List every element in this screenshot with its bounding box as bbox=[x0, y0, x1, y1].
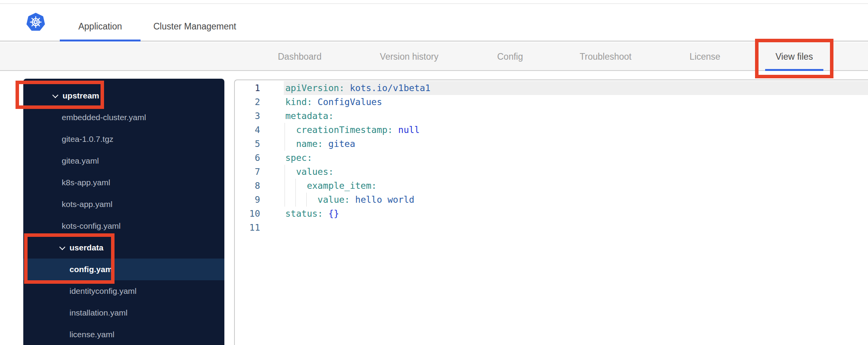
tree-item-label: config.yaml bbox=[69, 265, 115, 274]
app-header: ApplicationCluster Management bbox=[0, 4, 868, 41]
tree-item-label: embedded-cluster.yaml bbox=[62, 113, 146, 122]
code-content: metadata: bbox=[284, 109, 868, 123]
line-number: 4 bbox=[235, 125, 260, 135]
code-line: 4 creationTimestamp: null bbox=[235, 123, 868, 137]
code-line: 11 bbox=[235, 221, 868, 235]
tree-folder-upstream[interactable]: upstream bbox=[23, 85, 224, 107]
indent-guide bbox=[306, 193, 307, 207]
code-line: 3metadata: bbox=[235, 109, 868, 123]
yaml-key: apiVersion: bbox=[285, 83, 344, 93]
yaml-value: kots.io/v1beta1 bbox=[350, 83, 431, 93]
tree-file-gitea-yaml[interactable]: gitea.yaml bbox=[23, 150, 224, 172]
yaml-key: status: bbox=[285, 209, 323, 219]
yaml-value: gitea bbox=[328, 139, 355, 149]
code-line: 7 values: bbox=[235, 165, 868, 179]
code-line: 9 value: hello world bbox=[235, 193, 868, 207]
header-tab-cluster-management[interactable]: Cluster Management bbox=[153, 12, 254, 41]
indent-guide bbox=[295, 179, 296, 193]
tree-file-embedded-cluster-yaml[interactable]: embedded-cluster.yaml bbox=[23, 107, 224, 128]
yaml-value: null bbox=[398, 125, 420, 135]
tree-file-k8s-app-yaml[interactable]: k8s-app.yaml bbox=[23, 172, 224, 193]
tree-item-label: license.yaml bbox=[69, 330, 115, 339]
tab-config[interactable]: Config bbox=[492, 42, 528, 71]
code-content: spec: bbox=[284, 151, 868, 165]
app-subnav: DashboardVersion historyConfigTroublesho… bbox=[0, 42, 868, 71]
tree-item-label: kots-config.yaml bbox=[62, 221, 121, 231]
tree-item-label: upstream bbox=[62, 91, 99, 100]
code-content: values: bbox=[284, 165, 868, 179]
code-content: creationTimestamp: null bbox=[284, 123, 868, 137]
yaml-value: hello world bbox=[355, 195, 414, 205]
line-number: 5 bbox=[235, 139, 260, 149]
line-number: 1 bbox=[235, 83, 260, 93]
tab-view-files[interactable]: View files bbox=[763, 42, 826, 71]
tree-item-label: installation.yaml bbox=[69, 308, 127, 317]
code-content: value: hello world bbox=[284, 193, 868, 207]
tree-file-license-yaml[interactable]: license.yaml bbox=[23, 324, 224, 345]
yaml-key: example_item: bbox=[307, 181, 377, 191]
tree-item-label: identityconfig.yaml bbox=[69, 286, 137, 296]
indent-guide bbox=[285, 123, 285, 137]
yaml-key: value: bbox=[318, 195, 350, 205]
indent-guide bbox=[285, 179, 285, 193]
indent-guide bbox=[285, 165, 285, 179]
code-content: apiVersion: kots.io/v1beta1 bbox=[284, 81, 868, 95]
tab-dashboard[interactable]: Dashboard bbox=[273, 42, 327, 71]
code-content: example_item: bbox=[284, 179, 868, 193]
code-line: 10status: {} bbox=[235, 207, 868, 221]
line-number: 11 bbox=[235, 223, 260, 233]
yaml-key: kind: bbox=[285, 97, 312, 107]
tree-item-label: k8s-app.yaml bbox=[62, 178, 110, 187]
code-content: name: gitea bbox=[284, 137, 868, 151]
line-number: 10 bbox=[235, 209, 260, 219]
tree-file-config-yaml[interactable]: config.yaml bbox=[23, 259, 224, 280]
chevron-down-icon bbox=[59, 245, 66, 251]
yaml-value: {} bbox=[328, 209, 339, 219]
tree-item-label: kots-app.yaml bbox=[62, 200, 113, 209]
header-tab-application[interactable]: Application bbox=[60, 12, 141, 41]
code-line: 8 example_item: bbox=[235, 179, 868, 193]
code-content: kind: ConfigValues bbox=[284, 95, 868, 109]
yaml-key: spec: bbox=[285, 153, 312, 163]
indent-guide bbox=[285, 137, 285, 151]
kubernetes-logo-svg bbox=[26, 13, 45, 31]
tree-item-label: userdata bbox=[69, 243, 104, 252]
code-line: 5 name: gitea bbox=[235, 137, 868, 151]
tree-file-kots-app-yaml[interactable]: kots-app.yaml bbox=[23, 193, 224, 215]
tab-version-history[interactable]: Version history bbox=[375, 42, 444, 71]
tree-item-label: gitea-1.0.7.tgz bbox=[62, 135, 113, 144]
yaml-key: creationTimestamp: bbox=[296, 125, 393, 135]
tab-license[interactable]: License bbox=[684, 42, 726, 71]
code-line: 6spec: bbox=[235, 151, 868, 165]
yaml-key: values: bbox=[296, 167, 334, 177]
tree-file-installation-yaml[interactable]: installation.yaml bbox=[23, 302, 224, 324]
line-number: 7 bbox=[235, 167, 260, 177]
yaml-key: name: bbox=[296, 139, 323, 149]
tree-file-identityconfig-yaml[interactable]: identityconfig.yaml bbox=[23, 280, 224, 302]
code-line: 2kind: ConfigValues bbox=[235, 95, 868, 109]
chevron-down-icon bbox=[52, 93, 59, 99]
indent-guide bbox=[285, 193, 285, 207]
yaml-value: ConfigValues bbox=[318, 97, 382, 107]
file-tree-sidebar: upstreamembedded-cluster.yamlgitea-1.0.7… bbox=[23, 79, 224, 345]
code-content bbox=[284, 221, 868, 235]
line-number: 8 bbox=[235, 181, 260, 191]
tree-item-label: gitea.yaml bbox=[62, 156, 99, 166]
tree-file-kots-config-yaml[interactable]: kots-config.yaml bbox=[23, 215, 224, 237]
kubernetes-logo-icon[interactable] bbox=[26, 13, 45, 31]
code-editor[interactable]: 1apiVersion: kots.io/v1beta12kind: Confi… bbox=[234, 79, 868, 345]
line-number: 2 bbox=[235, 97, 260, 107]
code-line: 1apiVersion: kots.io/v1beta1 bbox=[235, 81, 868, 95]
tab-troubleshoot[interactable]: Troubleshoot bbox=[574, 42, 637, 71]
tree-folder-userdata[interactable]: userdata bbox=[23, 237, 224, 259]
indent-guide bbox=[295, 193, 296, 207]
code-content: status: {} bbox=[284, 207, 868, 221]
kots-admin-console: ApplicationCluster Management DashboardV… bbox=[0, 0, 868, 345]
line-number: 9 bbox=[235, 195, 260, 205]
yaml-key: metadata: bbox=[285, 111, 334, 121]
line-number: 3 bbox=[235, 111, 260, 121]
tree-file-gitea-1-0-7-tgz[interactable]: gitea-1.0.7.tgz bbox=[23, 128, 224, 150]
line-number: 6 bbox=[235, 153, 260, 163]
